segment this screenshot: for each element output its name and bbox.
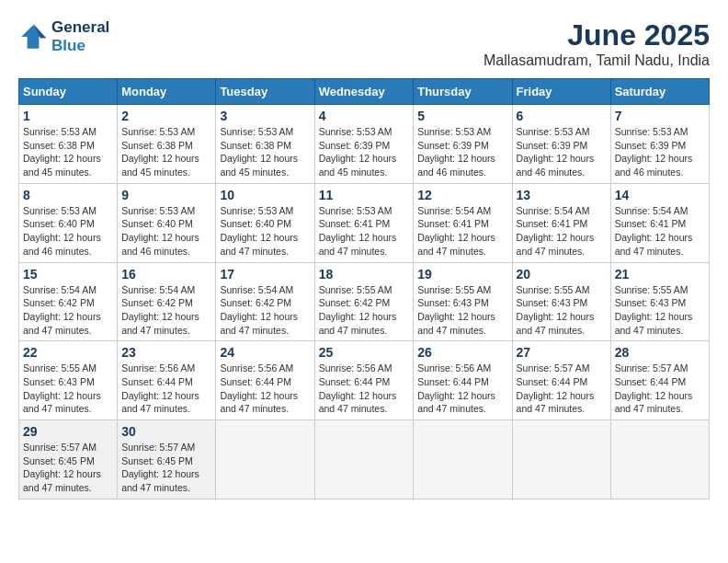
calendar-table: SundayMondayTuesdayWednesdayThursdayFrid… [18, 78, 710, 500]
day-info: Sunrise: 5:55 AMSunset: 6:43 PMDaylight:… [23, 362, 113, 416]
calendar-cell: 13Sunrise: 5:54 AMSunset: 6:41 PMDayligh… [512, 183, 610, 262]
calendar-cell: 9Sunrise: 5:53 AMSunset: 6:40 PMDaylight… [118, 183, 216, 262]
day-info: Sunrise: 5:56 AMSunset: 6:44 PMDaylight:… [319, 362, 410, 416]
day-info: Sunrise: 5:54 AMSunset: 6:41 PMDaylight:… [517, 204, 607, 259]
weekday-header-thursday: Thursday [414, 79, 512, 105]
day-number: 19 [417, 267, 507, 282]
calendar-cell: 15Sunrise: 5:54 AMSunset: 6:42 PMDayligh… [19, 262, 118, 341]
weekday-header-monday: Monday [118, 79, 216, 105]
day-info: Sunrise: 5:53 AMSunset: 6:38 PMDaylight:… [220, 125, 310, 179]
calendar-cell: 7Sunrise: 5:53 AMSunset: 6:39 PMDaylight… [610, 105, 709, 184]
day-info: Sunrise: 5:53 AMSunset: 6:40 PMDaylight:… [121, 204, 211, 259]
day-info: Sunrise: 5:54 AMSunset: 6:42 PMDaylight:… [23, 283, 113, 338]
weekday-header-saturday: Saturday [610, 79, 709, 105]
calendar-cell: 21Sunrise: 5:55 AMSunset: 6:43 PMDayligh… [610, 262, 709, 341]
day-number: 30 [121, 424, 211, 439]
day-info: Sunrise: 5:53 AMSunset: 6:39 PMDaylight:… [319, 125, 410, 179]
day-number: 8 [23, 188, 113, 202]
calendar-week-1: 1Sunrise: 5:53 AMSunset: 6:38 PMDaylight… [19, 105, 710, 184]
calendar-cell [512, 420, 610, 500]
calendar-body: 1Sunrise: 5:53 AMSunset: 6:38 PMDaylight… [19, 105, 710, 500]
day-number: 3 [220, 109, 310, 123]
day-info: Sunrise: 5:54 AMSunset: 6:41 PMDaylight:… [417, 204, 507, 259]
day-number: 20 [517, 267, 607, 282]
day-number: 17 [220, 267, 310, 282]
logo-text: General Blue [51, 18, 109, 55]
calendar-cell: 14Sunrise: 5:54 AMSunset: 6:41 PMDayligh… [610, 183, 709, 262]
calendar-cell: 27Sunrise: 5:57 AMSunset: 6:44 PMDayligh… [512, 341, 610, 420]
calendar-cell: 29Sunrise: 5:57 AMSunset: 6:45 PMDayligh… [19, 420, 118, 500]
weekday-header-sunday: Sunday [19, 79, 118, 105]
day-number: 5 [417, 109, 507, 123]
calendar-cell: 11Sunrise: 5:53 AMSunset: 6:41 PMDayligh… [314, 183, 414, 262]
day-info: Sunrise: 5:53 AMSunset: 6:40 PMDaylight:… [220, 204, 310, 259]
day-info: Sunrise: 5:53 AMSunset: 6:38 PMDaylight:… [23, 125, 113, 179]
day-info: Sunrise: 5:56 AMSunset: 6:44 PMDaylight:… [220, 362, 310, 416]
calendar-cell: 26Sunrise: 5:56 AMSunset: 6:44 PMDayligh… [414, 341, 512, 420]
day-number: 24 [220, 345, 310, 360]
calendar-cell: 6Sunrise: 5:53 AMSunset: 6:39 PMDaylight… [512, 105, 610, 184]
day-number: 7 [615, 109, 705, 123]
day-number: 29 [23, 424, 113, 439]
day-number: 26 [417, 345, 507, 360]
day-number: 2 [121, 109, 211, 123]
calendar-cell: 22Sunrise: 5:55 AMSunset: 6:43 PMDayligh… [19, 341, 118, 420]
logo-icon [18, 22, 48, 52]
day-info: Sunrise: 5:57 AMSunset: 6:44 PMDaylight:… [615, 362, 705, 416]
calendar-cell: 17Sunrise: 5:54 AMSunset: 6:42 PMDayligh… [216, 262, 314, 341]
day-info: Sunrise: 5:55 AMSunset: 6:42 PMDaylight:… [319, 283, 410, 338]
day-number: 27 [517, 345, 607, 360]
calendar-cell: 10Sunrise: 5:53 AMSunset: 6:40 PMDayligh… [216, 183, 314, 262]
day-info: Sunrise: 5:55 AMSunset: 6:43 PMDaylight:… [517, 283, 607, 338]
day-number: 22 [23, 345, 113, 360]
calendar-cell: 20Sunrise: 5:55 AMSunset: 6:43 PMDayligh… [512, 262, 610, 341]
day-number: 16 [121, 267, 211, 282]
day-number: 10 [220, 188, 310, 202]
calendar-cell: 12Sunrise: 5:54 AMSunset: 6:41 PMDayligh… [414, 183, 512, 262]
day-info: Sunrise: 5:53 AMSunset: 6:39 PMDaylight:… [517, 125, 607, 179]
calendar-cell [314, 420, 414, 500]
calendar-week-3: 15Sunrise: 5:54 AMSunset: 6:42 PMDayligh… [19, 262, 710, 341]
day-info: Sunrise: 5:54 AMSunset: 6:42 PMDaylight:… [220, 283, 310, 338]
day-number: 28 [615, 345, 705, 360]
day-info: Sunrise: 5:53 AMSunset: 6:40 PMDaylight:… [23, 204, 113, 259]
month-title: June 2025 [483, 18, 710, 52]
day-info: Sunrise: 5:54 AMSunset: 6:41 PMDaylight:… [615, 204, 705, 259]
day-number: 1 [23, 109, 113, 123]
day-info: Sunrise: 5:55 AMSunset: 6:43 PMDaylight:… [417, 283, 507, 338]
day-number: 18 [319, 267, 410, 282]
day-number: 21 [615, 267, 705, 282]
day-number: 12 [417, 188, 507, 202]
day-number: 13 [517, 188, 607, 202]
calendar-week-5: 29Sunrise: 5:57 AMSunset: 6:45 PMDayligh… [19, 420, 710, 500]
weekday-header-wednesday: Wednesday [314, 79, 414, 105]
calendar-cell: 23Sunrise: 5:56 AMSunset: 6:44 PMDayligh… [118, 341, 216, 420]
day-number: 9 [121, 188, 211, 202]
calendar-cell: 5Sunrise: 5:53 AMSunset: 6:39 PMDaylight… [414, 105, 512, 184]
day-info: Sunrise: 5:53 AMSunset: 6:38 PMDaylight:… [121, 125, 211, 179]
calendar-cell: 28Sunrise: 5:57 AMSunset: 6:44 PMDayligh… [610, 341, 709, 420]
day-info: Sunrise: 5:54 AMSunset: 6:42 PMDaylight:… [121, 283, 211, 338]
day-info: Sunrise: 5:53 AMSunset: 6:39 PMDaylight:… [615, 125, 705, 179]
day-info: Sunrise: 5:56 AMSunset: 6:44 PMDaylight:… [417, 362, 507, 416]
day-info: Sunrise: 5:55 AMSunset: 6:43 PMDaylight:… [615, 283, 705, 338]
calendar-cell: 4Sunrise: 5:53 AMSunset: 6:39 PMDaylight… [314, 105, 414, 184]
day-number: 6 [517, 109, 607, 123]
calendar-cell [414, 420, 512, 500]
day-info: Sunrise: 5:56 AMSunset: 6:44 PMDaylight:… [121, 362, 211, 416]
title-area: June 2025 Mallasamudram, Tamil Nadu, Ind… [483, 18, 710, 69]
weekday-header-tuesday: Tuesday [216, 79, 314, 105]
calendar-cell: 2Sunrise: 5:53 AMSunset: 6:38 PMDaylight… [118, 105, 216, 184]
calendar-cell: 18Sunrise: 5:55 AMSunset: 6:42 PMDayligh… [314, 262, 414, 341]
calendar-cell: 24Sunrise: 5:56 AMSunset: 6:44 PMDayligh… [216, 341, 314, 420]
day-info: Sunrise: 5:57 AMSunset: 6:45 PMDaylight:… [121, 441, 211, 495]
day-number: 4 [319, 109, 410, 123]
day-info: Sunrise: 5:57 AMSunset: 6:44 PMDaylight:… [517, 362, 607, 416]
calendar-cell: 16Sunrise: 5:54 AMSunset: 6:42 PMDayligh… [118, 262, 216, 341]
weekday-header-friday: Friday [512, 79, 610, 105]
calendar-week-2: 8Sunrise: 5:53 AMSunset: 6:40 PMDaylight… [19, 183, 710, 262]
logo: General Blue [18, 18, 109, 55]
calendar-week-4: 22Sunrise: 5:55 AMSunset: 6:43 PMDayligh… [19, 341, 710, 420]
day-number: 14 [615, 188, 705, 202]
day-info: Sunrise: 5:53 AMSunset: 6:41 PMDaylight:… [319, 204, 410, 259]
